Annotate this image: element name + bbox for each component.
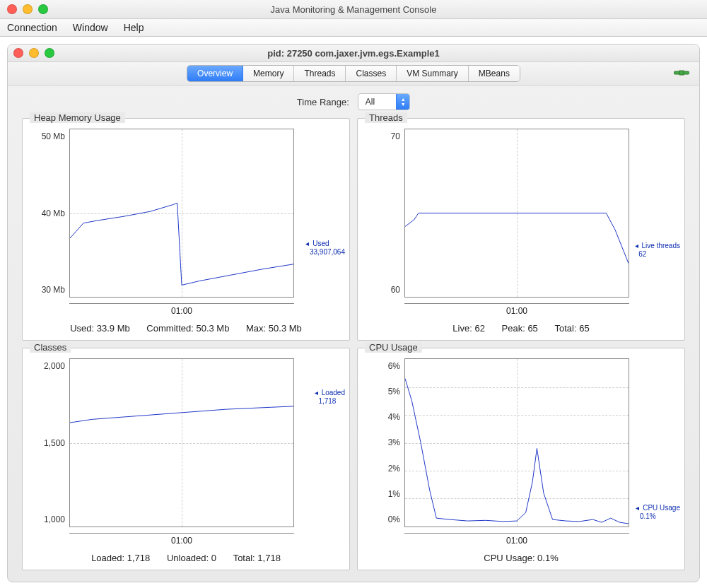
app-window: Java Monitoring & Management Console Con…	[0, 0, 707, 588]
inner-title-bar: pid: 27250 com.jaxer.jvm.egs.Example1	[8, 45, 699, 62]
select-arrows-icon: ▲▼	[396, 94, 409, 110]
heap-stats: Used: 33.9 Mb Committed: 50.3 Mb Max: 50…	[23, 323, 349, 340]
stat-committed: Committed: 50.3 Mb	[146, 323, 229, 334]
ytick: 1%	[388, 489, 400, 499]
document-area: pid: 27250 com.jaxer.jvm.egs.Example1 Ov…	[0, 37, 707, 582]
menu-bar: Connection Window Help	[0, 19, 707, 37]
inner-close-button[interactable]	[13, 48, 23, 58]
stat-total: Total: 1,718	[233, 553, 281, 563]
tab-vm-summary[interactable]: VM Summary	[397, 66, 469, 81]
ytick: 2%	[388, 464, 400, 474]
xtick: 01:00	[506, 306, 527, 316]
tab-threads[interactable]: Threads	[294, 66, 346, 81]
classes-callout: ◂ Loaded 1,718	[315, 389, 345, 406]
callout-arrow-icon: ◂	[305, 240, 309, 247]
cpu-plot-area: 6% 5% 4% 3% 2% 1% 0%	[358, 348, 684, 531]
svg-rect-2	[679, 71, 684, 75]
callout-value: 0.1%	[640, 512, 656, 520]
tab-mbeans[interactable]: MBeans	[469, 66, 520, 81]
ytick: 1,000	[44, 514, 65, 524]
stat-live: Live: 62	[452, 323, 485, 334]
ytick: 1,500	[44, 438, 65, 448]
tab-row: Overview Memory Threads Classes VM Summa…	[8, 62, 699, 86]
tab-overview[interactable]: Overview	[187, 66, 243, 81]
callout-label: Live threads	[642, 242, 680, 249]
threads-plot[interactable]	[404, 129, 629, 298]
heap-yaxis: 50 Mb 40 Mb 30 Mb	[30, 129, 69, 298]
ytick: 70	[391, 131, 400, 141]
callout-value: 62	[638, 250, 646, 258]
zoom-window-button[interactable]	[38, 4, 48, 14]
threads-stats: Live: 62 Peak: 65 Total: 65	[358, 323, 684, 340]
inner-zoom-button[interactable]	[45, 48, 54, 58]
minimize-window-button[interactable]	[23, 4, 33, 14]
ytick: 60	[391, 285, 400, 295]
ytick: 40 Mb	[42, 208, 65, 218]
stat-cpu-usage: CPU Usage: 0.1%	[484, 553, 559, 563]
classes-stats: Loaded: 1,718 Unloaded: 0 Total: 1,718	[23, 553, 349, 570]
stat-max: Max: 50.3 Mb	[246, 323, 302, 334]
ytick: 2,000	[44, 361, 65, 371]
inner-window: pid: 27250 com.jaxer.jvm.egs.Example1 Ov…	[7, 44, 700, 582]
ytick: 6%	[388, 361, 400, 371]
panel-classes: Classes 2,000 1,500 1,000 ◂	[22, 348, 350, 570]
callout-label: CPU Usage	[643, 504, 680, 512]
menu-window[interactable]: Window	[73, 22, 108, 33]
panel-cpu: CPU Usage 6% 5% 4% 3% 2% 1% 0%	[357, 348, 685, 570]
app-title: Java Monitoring & Management Console	[0, 4, 707, 15]
heap-plot-area: 50 Mb 40 Mb 30 Mb ◂ Used 33,907,064	[23, 119, 349, 302]
panel-heap: Heap Memory Usage 50 Mb 40 Mb 30 Mb ◂	[22, 118, 350, 341]
stat-unloaded: Unloaded: 0	[167, 553, 216, 563]
callout-arrow-icon: ◂	[315, 389, 318, 396]
heap-plot[interactable]	[69, 129, 294, 298]
outer-title-bar: Java Monitoring & Management Console	[0, 0, 707, 19]
charts-grid: Heap Memory Usage 50 Mb 40 Mb 30 Mb ◂	[8, 118, 699, 580]
tab-memory[interactable]: Memory	[243, 66, 294, 81]
classes-xaxis: 01:00	[69, 531, 294, 553]
classes-plot[interactable]	[69, 358, 294, 527]
classes-plot-area: 2,000 1,500 1,000 ◂ Loaded 1,718	[23, 348, 349, 531]
tab-classes[interactable]: Classes	[346, 66, 397, 81]
menu-connection[interactable]: Connection	[7, 22, 57, 33]
inner-window-title: pid: 27250 com.jaxer.jvm.egs.Example1	[8, 48, 699, 59]
ytick: 50 Mb	[42, 131, 65, 141]
cpu-stats: CPU Usage: 0.1%	[358, 553, 684, 570]
xtick: 01:00	[171, 306, 192, 316]
stat-total: Total: 65	[554, 323, 589, 334]
time-range-select[interactable]: All ▲▼	[358, 93, 410, 110]
ytick: 0%	[388, 514, 400, 524]
heap-callout: ◂ Used 33,907,064	[305, 240, 345, 257]
callout-value: 1,718	[318, 397, 336, 405]
cpu-callout: ◂ CPU Usage 0.1%	[636, 504, 680, 521]
time-range-value: All	[358, 97, 396, 107]
ytick: 3%	[388, 437, 400, 447]
cpu-plot[interactable]	[404, 358, 629, 527]
stat-used: Used: 33.9 Mb	[70, 323, 130, 334]
time-range-label: Time Range:	[297, 97, 349, 107]
threads-xaxis: 01:00	[404, 302, 629, 323]
callout-arrow-icon: ◂	[635, 242, 638, 249]
threads-callout: ◂ Live threads 62	[635, 242, 680, 259]
threads-yaxis: 70 60	[365, 129, 404, 298]
connection-status-icon[interactable]	[674, 66, 689, 79]
menu-help[interactable]: Help	[124, 22, 144, 33]
heap-xaxis: 01:00	[69, 302, 294, 323]
xtick: 01:00	[171, 536, 192, 546]
xtick: 01:00	[506, 536, 527, 546]
inner-window-controls	[8, 48, 54, 58]
stat-peak: Peak: 65	[502, 323, 538, 334]
tab-bar: Overview Memory Threads Classes VM Summa…	[187, 65, 520, 82]
ytick: 5%	[388, 387, 400, 396]
inner-minimize-button[interactable]	[29, 48, 39, 58]
callout-label: Loaded	[322, 389, 345, 396]
ytick: 4%	[388, 412, 400, 422]
cpu-yaxis: 6% 5% 4% 3% 2% 1% 0%	[365, 358, 404, 527]
callout-label: Used	[312, 240, 329, 247]
panel-threads: Threads 70 60 ◂ Live threads 62	[357, 118, 685, 341]
cpu-xaxis: 01:00	[404, 531, 629, 553]
outer-window-controls	[0, 4, 48, 14]
callout-value: 33,907,064	[310, 248, 345, 256]
callout-arrow-icon: ◂	[636, 504, 639, 512]
threads-plot-area: 70 60 ◂ Live threads 62	[358, 119, 684, 302]
close-window-button[interactable]	[7, 4, 17, 14]
